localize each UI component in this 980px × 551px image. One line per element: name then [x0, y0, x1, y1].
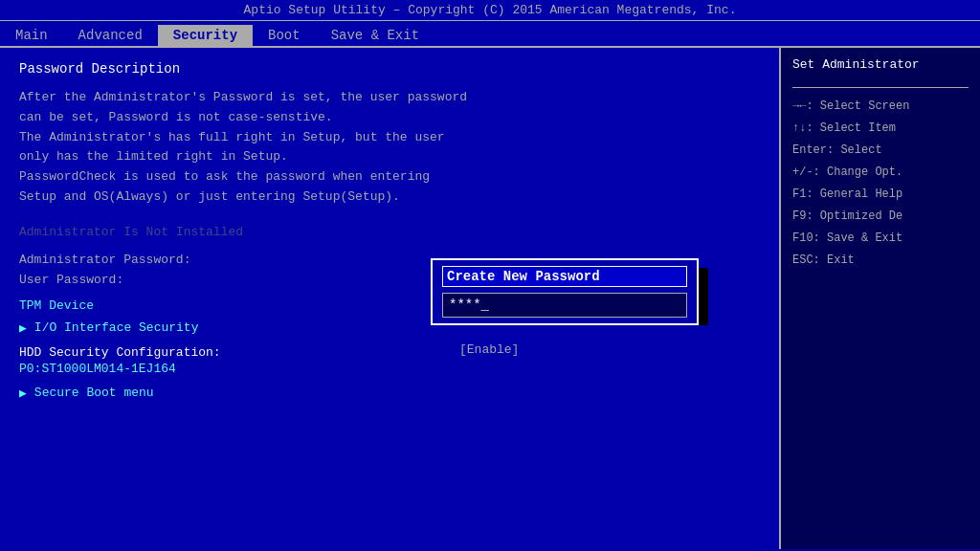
description-text: After the Administrator's Password is se… [19, 88, 760, 208]
tab-advanced[interactable]: Advanced [63, 25, 158, 46]
help-title: Set Administrator [792, 57, 969, 72]
user-password-label: User Password: [19, 273, 123, 287]
title-text: Aptio Setup Utility – Copyright (C) 2015… [244, 3, 737, 17]
section-title: Password Description [19, 61, 760, 77]
tab-security[interactable]: Security [158, 25, 253, 46]
secure-boot-link[interactable]: ▶ Secure Boot menu [19, 386, 760, 401]
main-layout: Password Description After the Administr… [0, 48, 980, 549]
right-panel: Set Administrator →←: Select Screen ↑↓: … [779, 48, 980, 549]
tab-save-exit[interactable]: Save & Exit [316, 25, 434, 46]
tab-main[interactable]: Main [0, 25, 63, 46]
secure-boot-label: Secure Boot menu [34, 386, 154, 400]
help-esc: ESC: Exit [792, 252, 969, 269]
help-divider [792, 87, 969, 88]
help-f1: F1: General Help [792, 186, 969, 203]
enable-badge: [Enable] [459, 342, 519, 357]
dialog-input[interactable]: ****_ [442, 293, 687, 318]
admin-password-label: Administrator Password: [19, 253, 190, 267]
help-f9: F9: Optimized De [792, 208, 969, 225]
arrow-icon: ▶ [19, 320, 27, 336]
tab-boot[interactable]: Boot [253, 25, 316, 46]
help-f10: F10: Save & Exit [792, 230, 969, 247]
help-select-item: ↑↓: Select Item [792, 120, 969, 137]
ghosted-admin-text: Administrator Is Not Installed [19, 225, 760, 239]
password-dialog-area: Create New Password ****_ [431, 258, 699, 325]
help-enter: Enter: Select [792, 142, 969, 159]
help-select-screen: →←: Select Screen [792, 98, 969, 115]
hdd-value: P0:ST1000LM014-1EJ164 [19, 362, 760, 376]
password-dialog: Create New Password ****_ [431, 258, 699, 325]
secure-boot-arrow-icon: ▶ [19, 386, 27, 401]
nav-bar: Main Advanced Security Boot Save & Exit [0, 21, 980, 48]
help-change-opt: +/-: Change Opt. [792, 164, 969, 181]
io-interface-label: I/O Interface Security [34, 320, 199, 335]
title-bar: Aptio Setup Utility – Copyright (C) 2015… [0, 0, 980, 21]
left-panel: Password Description After the Administr… [0, 48, 779, 549]
dialog-title: Create New Password [442, 266, 687, 287]
hdd-title: HDD Security Configuration: [19, 345, 760, 360]
